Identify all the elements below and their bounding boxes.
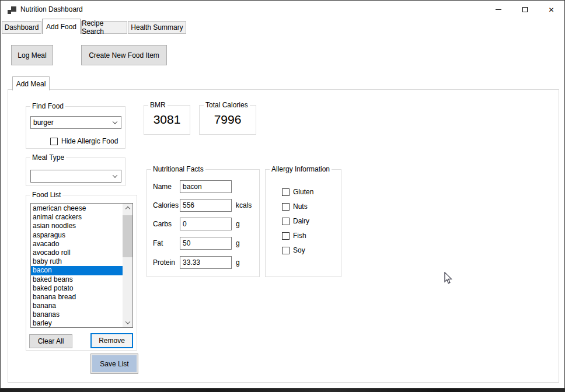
log-meal-label: Log Meal <box>18 51 46 60</box>
list-item[interactable]: baby ruth <box>31 257 123 266</box>
food-list-scrollbar[interactable] <box>123 204 132 327</box>
find-food-combobox[interactable]: burger <box>30 116 121 129</box>
clear-all-button[interactable]: Clear All <box>29 334 72 348</box>
title-bar: Nutrition Dashboard ✕ <box>1 1 564 19</box>
name-label: Name <box>153 183 172 191</box>
remove-label: Remove <box>99 337 125 345</box>
tab-add-food-label: Add Food <box>46 23 76 31</box>
name-field[interactable] <box>180 180 232 193</box>
chevron-down-icon <box>113 119 117 124</box>
fat-field[interactable] <box>180 237 232 250</box>
protein-label: Protein <box>153 258 175 267</box>
meal-type-combobox[interactable] <box>30 170 121 183</box>
dairy-checkbox[interactable] <box>282 218 290 225</box>
tab-health-summary-label: Health Summary <box>131 23 183 32</box>
total-calories-group: Total Calories 7996 <box>199 105 256 135</box>
list-item-selected[interactable]: bacon <box>31 266 123 275</box>
fat-unit: g <box>236 239 240 247</box>
calories-unit: kcals <box>236 201 252 209</box>
soy-label: Soy <box>293 246 305 254</box>
list-item[interactable]: barley <box>31 319 123 328</box>
fish-checkbox[interactable] <box>282 232 290 240</box>
close-icon: ✕ <box>548 6 554 13</box>
minimize-icon <box>496 9 501 10</box>
save-list-label: Save List <box>100 360 128 368</box>
create-new-food-item-label: Create New Food Item <box>89 51 159 60</box>
food-listbox: american cheese animal crackers asian no… <box>30 203 133 328</box>
app-window: Nutrition Dashboard ✕ Dashboard Add Food… <box>0 0 565 388</box>
minimize-button[interactable] <box>485 1 511 19</box>
tab-dashboard[interactable]: Dashboard <box>2 21 41 34</box>
tab-add-food[interactable]: Add Food <box>42 19 81 34</box>
list-item[interactable]: animal crackers <box>31 213 123 222</box>
calories-label: Calories <box>153 201 179 209</box>
list-item[interactable]: asian noodles <box>31 222 123 230</box>
list-item[interactable]: avocado roll <box>31 249 123 257</box>
gluten-checkbox[interactable] <box>282 188 290 196</box>
list-item[interactable]: bananas <box>31 310 123 319</box>
list-item[interactable]: banana <box>31 302 123 310</box>
calories-field[interactable] <box>180 199 232 212</box>
chevron-down-icon <box>125 319 130 324</box>
window-title: Nutrition Dashboard <box>20 5 83 13</box>
tab-recipe-search-label: Recipe Search <box>82 19 127 36</box>
maximize-button[interactable] <box>512 1 538 19</box>
save-list-button[interactable]: Save List <box>90 354 138 374</box>
food-list-group: Food List american cheese animal cracker… <box>26 195 137 351</box>
carbs-field[interactable] <box>180 218 232 230</box>
tab-dashboard-label: Dashboard <box>5 23 39 32</box>
list-item[interactable]: avacado <box>31 240 123 249</box>
protein-field[interactable] <box>180 256 232 269</box>
list-item[interactable]: american cheese <box>31 204 123 213</box>
nuts-checkbox[interactable] <box>282 203 290 211</box>
tab-health-summary[interactable]: Health Summary <box>128 21 186 34</box>
hide-allergic-food-row: Hide Allergic Food <box>50 137 118 145</box>
allergy-information-group: Allergy Information Gluten Nuts Dairy Fi… <box>265 169 341 277</box>
remove-button[interactable]: Remove <box>90 333 133 348</box>
meal-type-title: Meal Type <box>30 153 66 162</box>
carbs-label: Carbs <box>153 220 172 228</box>
chevron-up-icon <box>125 206 130 211</box>
find-food-combobox-value: burger <box>31 118 113 127</box>
list-item[interactable]: banana bread <box>31 293 123 302</box>
food-list-items: american cheese animal crackers asian no… <box>31 204 123 328</box>
meal-type-group: Meal Type <box>26 158 125 186</box>
mouse-cursor <box>444 272 452 285</box>
add-meal-panel: Find Food burger Hide Allergic Food BMR … <box>8 89 559 383</box>
allergy-information-title: Allergy Information <box>270 165 332 173</box>
bmr-value: 3081 <box>144 113 190 127</box>
nutritional-facts-group: Nutritional Facts Name Calories kcals Ca… <box>147 169 260 277</box>
fish-label: Fish <box>293 232 306 240</box>
scrollbar-down-button[interactable] <box>123 317 132 327</box>
scrollbar-thumb[interactable] <box>123 215 132 257</box>
tab-add-meal-label: Add Meal <box>16 80 46 88</box>
create-new-food-item-button[interactable]: Create New Food Item <box>81 45 167 65</box>
list-item[interactable]: baked beans <box>31 275 123 284</box>
nutritional-facts-title: Nutritional Facts <box>151 165 205 173</box>
food-list-title: Food List <box>30 191 62 199</box>
close-button[interactable]: ✕ <box>538 1 564 19</box>
nutrition-dashboard-app: Nutrition Dashboard ✕ Dashboard Add Food… <box>0 0 565 392</box>
hide-allergic-food-label: Hide Allergic Food <box>61 137 118 145</box>
app-icon <box>8 6 17 15</box>
find-food-title: Find Food <box>30 102 65 110</box>
total-calories-title: Total Calories <box>204 101 250 109</box>
chevron-down-icon <box>113 173 117 177</box>
list-item[interactable]: asparagus <box>31 231 123 240</box>
allergy-option-row: Dairy <box>282 217 309 225</box>
list-item[interactable]: baked potato <box>31 284 123 293</box>
allergy-option-row: Fish <box>282 232 306 240</box>
tab-add-meal[interactable]: Add Meal <box>12 76 50 90</box>
carbs-unit: g <box>236 220 240 228</box>
bmr-title: BMR <box>148 101 168 109</box>
clear-all-label: Clear All <box>38 337 64 345</box>
tab-recipe-search[interactable]: Recipe Search <box>81 21 127 34</box>
scrollbar-up-button[interactable] <box>123 204 132 214</box>
desktop-edge <box>0 388 565 392</box>
hide-allergic-food-checkbox[interactable] <box>50 138 58 145</box>
soy-checkbox[interactable] <box>282 247 290 254</box>
maximize-icon <box>522 7 528 12</box>
nuts-label: Nuts <box>293 202 308 211</box>
log-meal-button[interactable]: Log Meal <box>11 45 53 65</box>
protein-unit: g <box>236 258 240 267</box>
